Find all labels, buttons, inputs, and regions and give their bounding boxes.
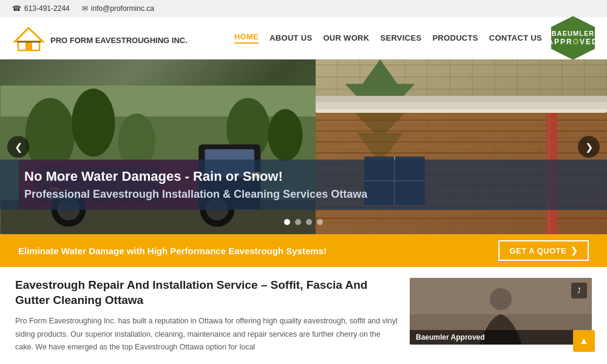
hero-dot-1[interactable]: [284, 219, 290, 225]
logo: • PRO FORM EAVESTROUGHING INC.: [12, 23, 188, 53]
svg-rect-49: [410, 278, 592, 314]
video-label: Baeumler Approved: [410, 330, 592, 345]
nav-products[interactable]: PRODUCTS: [432, 33, 478, 42]
nav-about[interactable]: ABOUT US: [270, 33, 312, 42]
hero-prev-button[interactable]: ❮: [7, 136, 29, 158]
content-left: Eavestrough Repair And Installation Serv…: [15, 278, 398, 354]
scroll-up-button[interactable]: ▲: [573, 330, 595, 352]
nav-home[interactable]: HOME: [234, 32, 259, 44]
get-quote-button[interactable]: GET A QUOTE ❯: [498, 240, 589, 261]
baeumler-badge: BAEUMLER APPROVED: [551, 16, 595, 60]
cta-text: Eliminate Water Damage with High Perform…: [18, 246, 327, 256]
get-quote-arrow: ❯: [571, 246, 578, 255]
hero-dot-2[interactable]: [295, 219, 301, 225]
logo-text: • PRO FORM EAVESTROUGHING INC.: [50, 30, 188, 46]
main-nav: HOME ABOUT US OUR WORK SERVICES PRODUCTS…: [234, 32, 542, 44]
hero-dot-4[interactable]: [317, 219, 323, 225]
nav-services[interactable]: SERVICES: [380, 33, 421, 42]
video-share-button[interactable]: ⤴: [571, 283, 587, 298]
header: • PRO FORM EAVESTROUGHING INC. HOME ABOU…: [0, 17, 607, 59]
phone-icon: [12, 4, 21, 13]
svg-point-9: [72, 89, 115, 157]
hero-next-button[interactable]: ❯: [578, 136, 600, 158]
get-quote-label: GET A QUOTE: [509, 246, 566, 255]
email-icon: [82, 4, 88, 13]
phone-number: 613-491-2244: [24, 4, 70, 13]
svg-rect-5: [17, 41, 41, 42]
hero-slider: Pro F Eav... proforminc.ca: [0, 59, 607, 234]
email-item: info@proforminc.ca: [82, 4, 154, 13]
cta-banner: Eliminate Water Damage with High Perform…: [0, 234, 607, 267]
content-right: ⤴ Baeumler Approved: [410, 278, 592, 354]
svg-rect-45: [316, 101, 607, 109]
scroll-up-icon: ▲: [579, 335, 589, 346]
hero-dot-3[interactable]: [306, 219, 312, 225]
content-section: Eavestrough Repair And Installation Serv…: [0, 267, 607, 364]
phone-item: 613-491-2244: [12, 4, 70, 13]
badge-text-approved: APPROVED: [548, 38, 598, 46]
hero-title: No More Water Damages - Rain or Snow!: [24, 169, 583, 184]
section-body: Pro Form Eavestroughing Inc. has built a…: [15, 315, 398, 354]
top-bar: 613-491-2244 info@proforminc.ca: [0, 0, 607, 17]
email-address: info@proforminc.ca: [91, 4, 154, 13]
badge-text-top: BAEUMLER: [552, 30, 594, 38]
svg-rect-46: [316, 96, 607, 102]
hero-subtitle: Professional Eavestrough Installation & …: [24, 188, 583, 201]
nav-our-work[interactable]: OUR WORK: [323, 33, 369, 42]
nav-contact[interactable]: CONTACT US: [489, 33, 542, 42]
hero-overlay: No More Water Damages - Rain or Snow! Pr…: [0, 160, 607, 210]
svg-line-3: [13, 41, 15, 42]
svg-line-4: [42, 41, 44, 42]
svg-marker-2: [15, 28, 42, 41]
svg-rect-1: [25, 42, 32, 50]
video-thumbnail[interactable]: ⤴ Baeumler Approved: [410, 278, 592, 345]
svg-point-12: [268, 109, 302, 161]
hero-dots: [284, 219, 323, 225]
logo-svg: [12, 23, 46, 53]
section-title: Eavestrough Repair And Installation Serv…: [15, 278, 398, 308]
